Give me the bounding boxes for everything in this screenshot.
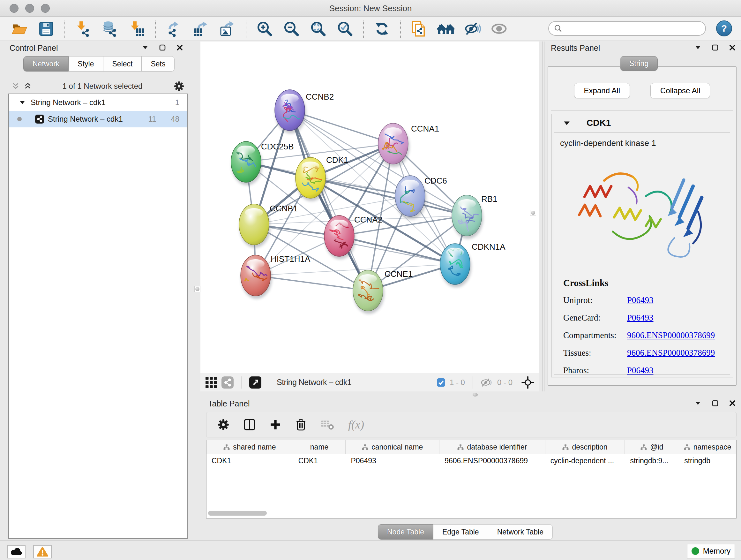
expand-all-button[interactable]: Expand All: [574, 83, 630, 98]
create-column-button[interactable]: [270, 419, 281, 430]
compartments-link[interactable]: 9606.ENSP00000378699: [627, 330, 715, 340]
pharos-link[interactable]: P06493: [627, 366, 654, 375]
selected-checkbox-icon[interactable]: [437, 378, 445, 387]
table-row[interactable]: CDK1CDK1P064939606.ENSP00000378699cyclin…: [206, 454, 736, 467]
control-panel-float-button[interactable]: [158, 44, 166, 52]
grid-view-button[interactable]: [205, 377, 217, 388]
zoom-out-button[interactable]: [283, 19, 300, 39]
export-network-button[interactable]: [165, 19, 183, 39]
tab-sets[interactable]: Sets: [142, 56, 175, 71]
network-list-options-button[interactable]: [174, 81, 185, 91]
network-edge[interactable]: [339, 236, 455, 264]
tab-string[interactable]: String: [620, 56, 658, 71]
network-row[interactable]: String Network – cdk1 11 48: [9, 111, 187, 127]
network-node-cdkn1a[interactable]: CDKN1A: [440, 242, 506, 287]
column-header-description[interactable]: description: [545, 440, 625, 454]
tab-network-table[interactable]: Network Table: [488, 524, 553, 540]
show-columns-button[interactable]: [244, 419, 256, 431]
node-details-header[interactable]: CDK1: [551, 114, 733, 132]
import-network-button[interactable]: [75, 19, 92, 39]
memory-status-button[interactable]: Memory: [687, 544, 735, 558]
tab-style[interactable]: Style: [69, 56, 103, 71]
results-panel-float-button[interactable]: [711, 44, 719, 52]
function-builder-button[interactable]: f(x): [348, 418, 364, 431]
genecard-link[interactable]: P06493: [627, 313, 654, 323]
table-panel-menu-button[interactable]: [694, 399, 702, 408]
column-header-namespace[interactable]: namespace: [679, 440, 736, 454]
expand-all-tree-button[interactable]: [24, 82, 31, 90]
table-cell[interactable]: stringdb: [679, 456, 736, 465]
tab-network[interactable]: Network: [23, 56, 69, 71]
table-cell[interactable]: P06493: [346, 456, 440, 465]
collapse-all-tree-button[interactable]: [12, 82, 19, 90]
network-collection-row[interactable]: String Network – cdk1 1: [9, 94, 187, 111]
table-cell[interactable]: CDK1: [293, 456, 346, 465]
open-session-button[interactable]: [11, 19, 28, 39]
column-header-database-identifier[interactable]: database identifier: [440, 440, 545, 454]
column-header--id[interactable]: @id: [625, 440, 679, 454]
show-graphics-details-button[interactable]: [491, 19, 508, 39]
network-node-hist1h1a[interactable]: HIST1H1A: [240, 254, 311, 299]
network-node-ccna2[interactable]: CCNA2: [324, 215, 382, 259]
control-panel-close-button[interactable]: [176, 44, 184, 52]
refresh-icon: [374, 21, 390, 37]
node-label: CCNB1: [270, 204, 298, 213]
refresh-layout-button[interactable]: [374, 19, 391, 39]
network-badge-button[interactable]: [221, 376, 233, 388]
table-panel-float-button[interactable]: [711, 399, 719, 408]
network-node-cdc6[interactable]: CDC6: [395, 176, 447, 219]
import-network-from-database-button[interactable]: [102, 19, 119, 39]
help-button[interactable]: ?: [716, 20, 732, 37]
tab-node-table[interactable]: Node Table: [378, 524, 433, 540]
column-header-canonical-name[interactable]: canonical name: [346, 440, 440, 454]
double-house-button[interactable]: [437, 19, 455, 39]
network-node-rb1[interactable]: RB1: [452, 194, 497, 239]
horizontal-splitter-handle[interactable]: [473, 393, 478, 396]
fit-selected-button[interactable]: [522, 376, 534, 389]
tab-edge-table[interactable]: Edge Table: [433, 524, 488, 540]
network-edge[interactable]: [256, 275, 368, 291]
table-cell[interactable]: CDK1: [206, 456, 293, 465]
tissues-link[interactable]: 9606.ENSP00000378699: [627, 348, 715, 358]
panel-splitter[interactable]: [542, 42, 544, 391]
warnings-button[interactable]: [33, 545, 52, 558]
zoom-selected-button[interactable]: [336, 19, 354, 39]
right-splitter-handle[interactable]: [530, 210, 536, 216]
network-canvas[interactable]: CCNB2CCNA1CDC25BCDK1CDC6RB1CCNB1CCNA2CDK…: [200, 42, 539, 373]
uniprot-link[interactable]: P06493: [627, 295, 654, 305]
cloud-status-button[interactable]: [7, 545, 25, 558]
current-network-title: String Network – cdk1: [277, 378, 351, 387]
export-image-button[interactable]: [219, 19, 236, 39]
tab-select[interactable]: Select: [104, 56, 142, 71]
network-node-ccna1[interactable]: CCNA1: [378, 123, 439, 167]
hide-selected-button[interactable]: [464, 19, 481, 39]
table-horizontal-scrollbar[interactable]: [208, 511, 267, 516]
table-panel-close-button[interactable]: [728, 399, 737, 408]
delete-columns-button[interactable]: [295, 419, 307, 431]
network-node-ccne1[interactable]: CCNE1: [353, 269, 413, 314]
import-table-button[interactable]: [128, 19, 145, 39]
network-node-ccnb2[interactable]: CCNB2: [275, 90, 334, 133]
results-panel-close-button[interactable]: [728, 44, 737, 52]
left-splitter-handle[interactable]: [194, 286, 200, 292]
zoom-fit-button[interactable]: [310, 19, 327, 39]
export-table-button[interactable]: [192, 19, 209, 39]
control-panel-menu-button[interactable]: [141, 44, 149, 52]
collapse-all-button[interactable]: Collapse All: [650, 83, 710, 98]
hidden-eye-slash-icon[interactable]: [481, 378, 493, 387]
birdseye-view-button[interactable]: [249, 376, 261, 388]
column-header-name[interactable]: name: [293, 440, 346, 454]
results-panel-menu-button[interactable]: [694, 44, 702, 52]
column-header-shared-name[interactable]: shared name: [206, 440, 293, 454]
table-cell[interactable]: stringdb:9...: [625, 456, 679, 465]
table-cell[interactable]: cyclin-dependent ...: [545, 456, 625, 465]
save-session-button[interactable]: [38, 19, 55, 39]
search-input[interactable]: [565, 24, 700, 33]
copy-network-button[interactable]: [410, 19, 428, 39]
table-cell[interactable]: 9606.ENSP00000378699: [440, 456, 545, 465]
zoom-in-button[interactable]: [256, 19, 273, 39]
table-mode-button[interactable]: [217, 419, 229, 431]
delete-table-button[interactable]: [321, 419, 334, 430]
network-node-cdc25b[interactable]: CDC25B: [231, 141, 294, 185]
network-node-ccnb1[interactable]: CCNB1: [239, 204, 298, 248]
